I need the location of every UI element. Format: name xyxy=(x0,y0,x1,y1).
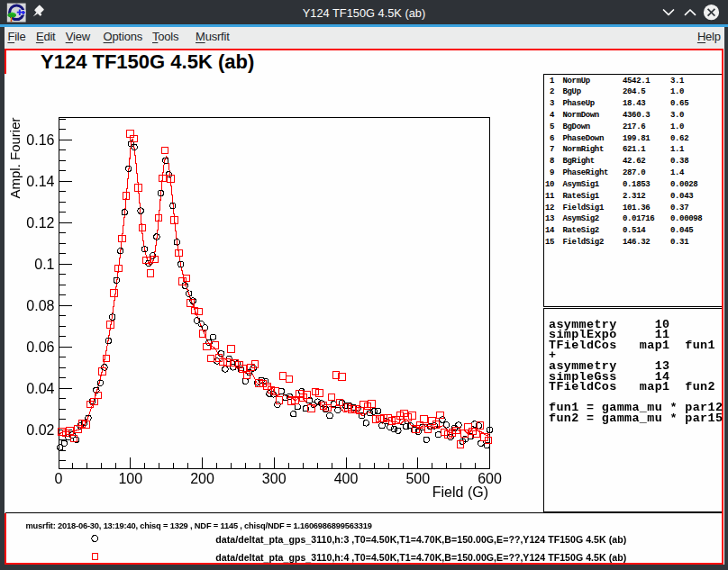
svg-text:0.06: 0.06 xyxy=(26,339,54,355)
svg-text:0.02: 0.02 xyxy=(26,422,54,438)
svg-text:Ampl. Fourier: Ampl. Fourier xyxy=(7,117,23,198)
svg-text:Field (G): Field (G) xyxy=(432,484,488,500)
svg-text:0.08: 0.08 xyxy=(26,298,54,313)
svg-text:0.04: 0.04 xyxy=(26,381,54,396)
svg-text:0: 0 xyxy=(55,471,63,486)
svg-text:100: 100 xyxy=(118,471,142,486)
svg-text:0.1: 0.1 xyxy=(34,257,54,272)
svg-text:400: 400 xyxy=(334,471,359,486)
svg-text:0.12: 0.12 xyxy=(26,215,54,231)
svg-text:200: 200 xyxy=(190,471,214,486)
svg-text:0.16: 0.16 xyxy=(26,132,54,148)
svg-text:300: 300 xyxy=(262,471,287,486)
svg-text:0.14: 0.14 xyxy=(26,174,54,189)
svg-text:500: 500 xyxy=(405,471,430,486)
